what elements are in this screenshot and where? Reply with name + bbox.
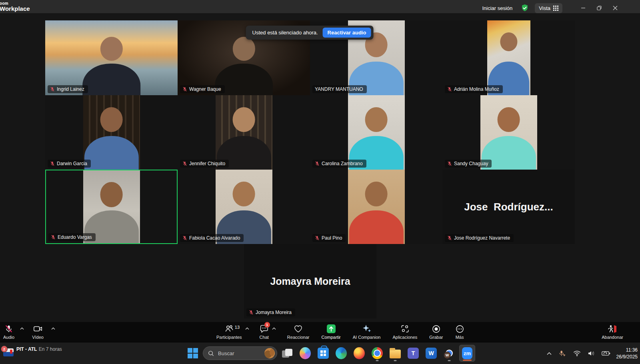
chrome-icon bbox=[372, 347, 383, 359]
record-button[interactable]: Grabar bbox=[429, 324, 443, 340]
file-explorer-button[interactable] bbox=[387, 345, 403, 362]
volume-icon[interactable] bbox=[587, 350, 596, 357]
camera-icon bbox=[33, 324, 43, 334]
video-options-caret[interactable] bbox=[51, 327, 55, 330]
muted-mic-icon bbox=[50, 87, 55, 92]
start-button[interactable] bbox=[185, 345, 201, 362]
restore-button[interactable] bbox=[591, 2, 607, 14]
participant-tile[interactable]: Fabiola Cacao Alvarado bbox=[178, 170, 310, 244]
word-button[interactable]: W bbox=[423, 345, 439, 362]
chat-options-caret[interactable] bbox=[272, 327, 276, 330]
logo-text-bottom: Workplace bbox=[0, 6, 30, 12]
task-view-button[interactable] bbox=[279, 345, 295, 362]
more-button[interactable]: Más bbox=[455, 324, 464, 340]
search-daily-image[interactable] bbox=[264, 348, 275, 358]
participant-tile[interactable]: Jomayra MoreiraJomayra Moreira bbox=[244, 244, 376, 318]
taskbar-search[interactable] bbox=[203, 346, 277, 360]
participant-video bbox=[487, 20, 530, 95]
sports-widget[interactable]: 2 PIT - ATL En 7 horas bbox=[3, 345, 62, 356]
heart-icon bbox=[294, 324, 303, 334]
participant-display-name: Jomayra Moreira bbox=[244, 244, 376, 318]
unmute-button[interactable]: Reactivar audio bbox=[323, 28, 371, 38]
react-button-label: Reaccionar bbox=[287, 335, 310, 340]
search-input[interactable] bbox=[217, 350, 261, 357]
more-button-label: Más bbox=[456, 335, 464, 340]
tray-date: 26/9/2025 bbox=[616, 354, 638, 360]
participant-tile[interactable]: Carolina Zambrano bbox=[310, 95, 442, 170]
leave-door-icon bbox=[607, 324, 618, 334]
participant-tile[interactable]: Paul Pino bbox=[310, 170, 442, 244]
firefox-button[interactable] bbox=[351, 345, 367, 362]
muted-mic-icon bbox=[182, 236, 187, 240]
record-icon bbox=[432, 324, 441, 334]
participants-button[interactable]: 13 Participantes bbox=[216, 324, 242, 340]
video-control-group: Vídeo bbox=[32, 324, 44, 340]
muted-mic-icon bbox=[315, 236, 320, 240]
share-button-label: Compartir bbox=[321, 335, 340, 340]
person-silhouette bbox=[487, 20, 530, 95]
participant-tile[interactable]: Eduardo Vargas bbox=[45, 170, 178, 244]
participants-control-group: 13 Participantes bbox=[216, 324, 248, 340]
audio-options-caret[interactable] bbox=[20, 327, 24, 330]
profile-badge: W bbox=[444, 352, 451, 359]
chat-button[interactable]: 1 Chat bbox=[260, 324, 269, 340]
zoom-app-button[interactable]: zm bbox=[459, 345, 475, 362]
minimize-button[interactable] bbox=[575, 2, 591, 14]
edge-button[interactable] bbox=[333, 345, 349, 362]
chrome-profile-button[interactable]: W bbox=[441, 345, 457, 362]
muted-notification: Usted está silenciado ahora. Reactivar a… bbox=[246, 26, 374, 40]
video-button[interactable]: Vídeo bbox=[32, 324, 44, 340]
zoom-meeting-window: oom Workplace Iniciar sesión Vista Usted… bbox=[0, 0, 640, 364]
zoom-workplace-logo: oom Workplace bbox=[0, 2, 30, 12]
chat-button-label: Chat bbox=[260, 335, 269, 340]
titlebar-right: Iniciar sesión Vista bbox=[480, 2, 627, 14]
participant-tile[interactable]: Sandy Chaguay bbox=[442, 95, 575, 170]
participant-tile[interactable]: Jose Rodríguez...Jose Rodríguez Navarret… bbox=[442, 170, 575, 244]
taskbar-icons: T W W zm bbox=[185, 345, 475, 362]
taskbar-clock[interactable]: 11:36 26/9/2025 bbox=[616, 347, 638, 360]
participant-name-label: Fabiola Cacao Alvarado bbox=[180, 234, 244, 242]
participant-name-label: Jomayra Moreira bbox=[246, 308, 295, 316]
participant-video bbox=[45, 20, 178, 95]
participants-options-caret[interactable] bbox=[245, 327, 249, 330]
participant-tile[interactable]: Ingrid Lainez bbox=[45, 20, 178, 95]
teams-button[interactable]: T bbox=[405, 345, 421, 362]
store-button[interactable] bbox=[315, 345, 331, 362]
view-button[interactable]: Vista bbox=[535, 3, 562, 13]
titlebar: oom Workplace Iniciar sesión Vista bbox=[0, 0, 640, 13]
muted-mic-icon bbox=[182, 161, 187, 166]
close-button[interactable] bbox=[607, 2, 623, 14]
share-screen-button[interactable]: Compartir bbox=[321, 324, 340, 340]
participant-tile[interactable]: Adrián Molina Muñoz bbox=[442, 20, 575, 95]
more-ellipsis-icon bbox=[455, 324, 464, 334]
ai-sparkle-icon bbox=[362, 324, 372, 334]
task-view-icon bbox=[282, 349, 292, 358]
widget-badge: 2 bbox=[1, 346, 8, 352]
person-silhouette bbox=[348, 170, 405, 244]
copilot-icon bbox=[300, 347, 311, 359]
participant-tile[interactable]: Jennifer Chiquito bbox=[178, 95, 310, 170]
sign-in-button[interactable]: Iniciar sesión bbox=[480, 4, 515, 13]
leave-meeting-button[interactable]: Abandonar bbox=[602, 324, 623, 340]
apps-button[interactable]: Aplicaciones bbox=[393, 324, 418, 340]
person-silhouette bbox=[216, 95, 272, 170]
wifi-icon[interactable] bbox=[572, 350, 582, 357]
react-button[interactable]: Reaccionar bbox=[287, 324, 310, 340]
word-icon: W bbox=[426, 348, 437, 359]
mic-in-use-icon[interactable] bbox=[558, 349, 567, 358]
audio-control-group: Audio bbox=[3, 324, 14, 340]
chat-unread-badge: 1 bbox=[264, 322, 270, 328]
battery-icon[interactable] bbox=[601, 350, 611, 357]
ai-companion-button[interactable]: AI Companion bbox=[353, 324, 381, 340]
participant-tile[interactable]: Darwin Garcia bbox=[45, 95, 178, 170]
meeting-toolbar: Audio Vídeo 13 bbox=[0, 322, 640, 342]
record-button-label: Grabar bbox=[429, 335, 443, 340]
participant-name-label: Carolina Zambrano bbox=[312, 160, 366, 168]
tray-expand-chevron[interactable] bbox=[546, 351, 552, 356]
participant-name-label: Jennifer Chiquito bbox=[180, 160, 229, 168]
audio-button[interactable]: Audio bbox=[3, 324, 14, 340]
chrome-button[interactable] bbox=[369, 345, 385, 362]
copilot-button[interactable] bbox=[297, 345, 313, 362]
security-shield-icon[interactable] bbox=[520, 4, 529, 12]
microsoft-store-icon bbox=[318, 348, 329, 359]
